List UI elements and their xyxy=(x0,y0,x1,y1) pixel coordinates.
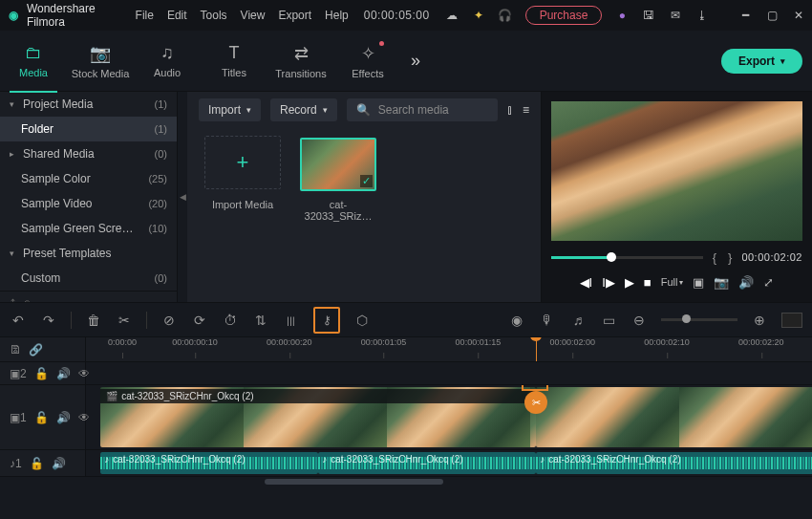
import-media-tile[interactable]: + Import Media xyxy=(204,136,281,210)
preview-viewport[interactable] xyxy=(542,92,812,241)
filter-icon[interactable]: ⫿ xyxy=(507,103,513,117)
tab-transitions[interactable]: ⇄Transitions xyxy=(267,35,334,87)
record-voiceover-button[interactable]: 🎙 xyxy=(539,313,556,328)
sidebar-item-sample-green[interactable]: Sample Green Scre…(10) xyxy=(0,216,177,241)
prev-frame-button[interactable]: ◀I xyxy=(580,275,593,290)
audio-stretch-button[interactable]: ⚷ xyxy=(313,307,340,334)
step-back-button[interactable]: I▶ xyxy=(602,275,615,290)
audio-clip[interactable]: ♪cat-32033_SRizCHnr_Okcq (2) xyxy=(100,452,318,474)
zoom-in-button[interactable]: ⊕ xyxy=(751,313,768,328)
audio-clip[interactable]: ♪cat-32033_SRizCHnr_Okcq (2) xyxy=(536,452,812,474)
crop-icon[interactable]: ▣ xyxy=(693,275,704,290)
track-lane-fx2[interactable] xyxy=(86,362,812,384)
more-tabs-button[interactable]: » xyxy=(411,51,420,71)
window-minimize-button[interactable]: ━ xyxy=(739,9,751,22)
menu-export[interactable]: Export xyxy=(278,9,311,22)
color-button[interactable]: ⇅ xyxy=(252,313,269,328)
track-lane-video1[interactable]: 🎬cat-32033_SRizCHnr_Okcq (2) ✂ xyxy=(86,385,812,449)
sort-icon[interactable]: ≡ xyxy=(523,103,529,117)
account-icon[interactable]: ● xyxy=(615,9,629,22)
media-clip-tile[interactable]: cat-32033_SRiz… xyxy=(300,136,376,222)
track-lane-audio1[interactable]: ♪cat-32033_SRizCHnr_Okcq (2) ♪cat-32033_… xyxy=(86,450,812,476)
play-button[interactable]: ▶ xyxy=(625,275,634,290)
slider-knob[interactable] xyxy=(607,252,616,262)
cloud-icon[interactable]: ☁ xyxy=(445,9,459,22)
track-header-fx2[interactable]: ▣2🔓🔊👁 xyxy=(0,362,86,384)
tab-media[interactable]: 🗀Media xyxy=(0,35,67,87)
link-icon[interactable]: 🔗 xyxy=(29,343,43,357)
duration-button[interactable]: ⏱ xyxy=(222,313,239,328)
save-icon[interactable]: 🖫 xyxy=(642,9,655,22)
tab-audio[interactable]: ♫Audio xyxy=(134,35,201,87)
window-maximize-button[interactable]: ▢ xyxy=(766,9,778,22)
search-input[interactable]: 🔍Search media xyxy=(347,98,498,121)
sidebar-item-sample-video[interactable]: Sample Video(20) xyxy=(0,191,177,216)
track-header-audio1[interactable]: ♪1🔓🔊 xyxy=(0,450,86,476)
audio-clip[interactable]: ♪cat-32033_SRizCHnr_Okcq (2) xyxy=(318,452,536,474)
split-button[interactable]: ✂ xyxy=(116,313,133,328)
menu-view[interactable]: View xyxy=(241,9,266,22)
support-icon[interactable]: 🎧 xyxy=(499,9,512,22)
volume-icon[interactable]: 🔊 xyxy=(738,275,754,290)
sidebar-item-sample-color[interactable]: Sample Color(25) xyxy=(0,166,177,191)
mark-in-button[interactable]: { xyxy=(711,250,718,265)
import-dropdown[interactable]: Import▾ xyxy=(199,98,261,121)
mute-icon[interactable]: 🔊 xyxy=(52,457,66,470)
export-button[interactable]: Export▾ xyxy=(721,49,802,74)
window-close-button[interactable]: ✕ xyxy=(793,9,804,22)
redo-button[interactable]: ↷ xyxy=(40,313,57,328)
menu-edit[interactable]: Edit xyxy=(167,9,187,22)
tab-effects[interactable]: ✧Effects xyxy=(334,35,401,87)
scrollbar-thumb[interactable] xyxy=(265,479,443,485)
tab-titles[interactable]: TTitles xyxy=(201,35,267,87)
settings-icon[interactable]: ⤢ xyxy=(763,275,774,290)
delete-button[interactable]: 🗑 xyxy=(85,313,102,328)
purchase-button[interactable]: Purchase xyxy=(525,6,603,25)
lock-icon[interactable]: 🔓 xyxy=(30,457,44,470)
download-icon[interactable]: ⭳ xyxy=(695,9,709,22)
marker-button[interactable]: ◉ xyxy=(508,313,525,328)
lock-icon[interactable]: 🔓 xyxy=(34,411,49,424)
speed-button[interactable]: ⟳ xyxy=(191,313,208,328)
track-label: ▣2 xyxy=(10,367,27,380)
disable-clip-button[interactable]: ⊘ xyxy=(160,313,178,328)
playback-slider[interactable] xyxy=(551,256,703,259)
zoom-slider[interactable] xyxy=(661,318,737,321)
menu-help[interactable]: Help xyxy=(325,9,349,22)
video-clip[interactable]: 🎬cat-32033_SRizCHnr_Okcq (2) xyxy=(100,387,536,447)
menu-tools[interactable]: Tools xyxy=(201,9,227,22)
mark-out-button[interactable]: } xyxy=(726,250,734,265)
snapshot-icon[interactable]: 📷 xyxy=(714,275,729,290)
timeline-ruler[interactable]: 0:00:0000:00:00:1000:00:00:2000:00:01:05… xyxy=(86,337,812,361)
zoom-knob[interactable] xyxy=(682,314,691,323)
audio-mixer-button[interactable]: ⫼ xyxy=(283,313,300,328)
video-clip[interactable] xyxy=(536,387,812,447)
menu-file[interactable]: File xyxy=(136,9,154,22)
playhead[interactable] xyxy=(536,337,537,361)
render-button[interactable]: ▭ xyxy=(600,313,617,328)
track-header-video1[interactable]: ▣1🔓🔊👁 xyxy=(0,385,86,449)
sidebar-item-folder[interactable]: Folder(1) xyxy=(0,117,177,141)
undo-button[interactable]: ↶ xyxy=(10,313,27,328)
sidebar-item-project-media[interactable]: ▾Project Media(1) xyxy=(0,92,177,117)
mail-icon[interactable]: ✉ xyxy=(669,9,682,22)
quality-dropdown[interactable]: Full ▾ xyxy=(661,276,684,288)
mute-icon[interactable]: 🔊 xyxy=(56,411,71,424)
record-dropdown[interactable]: Record▾ xyxy=(270,98,337,121)
collapse-sidebar-button[interactable]: ◀ xyxy=(178,92,187,302)
sidebar-item-custom[interactable]: Custom(0) xyxy=(0,266,177,291)
sidebar-item-preset-templates[interactable]: ▾Preset Templates xyxy=(0,241,177,266)
mute-icon[interactable]: 🔊 xyxy=(56,367,71,380)
tab-stock-media[interactable]: 📷Stock Media xyxy=(67,35,134,87)
tips-icon[interactable]: ✦ xyxy=(472,9,485,22)
stop-button[interactable]: ■ xyxy=(644,275,652,290)
sidebar-item-shared-media[interactable]: ▸Shared Media(0) xyxy=(0,141,177,166)
keyframe-button[interactable]: ⬡ xyxy=(353,313,371,328)
split-marker[interactable]: ✂ xyxy=(524,391,547,414)
timeline-scrollbar[interactable] xyxy=(0,477,812,487)
audio-sync-button[interactable]: ♬ xyxy=(569,313,587,328)
track-manage-icon[interactable]: 🖺 xyxy=(10,343,21,357)
lock-icon[interactable]: 🔓 xyxy=(34,367,49,380)
zoom-out-button[interactable]: ⊖ xyxy=(630,313,648,328)
zoom-fit-button[interactable] xyxy=(781,313,802,328)
